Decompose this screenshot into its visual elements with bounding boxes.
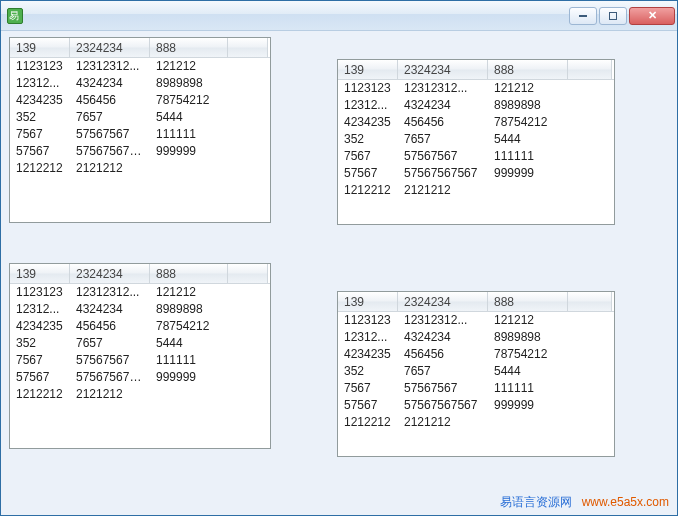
column-header[interactable]: 139 <box>10 38 70 57</box>
cell: 4324234 <box>398 97 488 114</box>
cell: 78754212 <box>150 92 228 109</box>
cell: 8989898 <box>150 75 228 92</box>
cell: 1123123 <box>10 284 70 301</box>
listview-body: 112312312312312...12121212312...43242348… <box>10 58 270 177</box>
column-header[interactable]: 888 <box>488 292 568 311</box>
cell: 121212 <box>150 58 228 75</box>
table-row[interactable]: 756757567567111111 <box>10 352 270 369</box>
cell: 456456 <box>398 346 488 363</box>
table-row[interactable]: 12122122121212 <box>10 386 270 403</box>
table-row[interactable]: 423423545645678754212 <box>10 92 270 109</box>
column-header[interactable]: 2324234 <box>398 60 488 79</box>
table-row[interactable]: 12122122121212 <box>338 414 614 431</box>
cell: 1123123 <box>10 58 70 75</box>
cell: 121212 <box>488 80 568 97</box>
column-header[interactable] <box>568 60 612 79</box>
table-row[interactable]: 112312312312312...121212 <box>10 58 270 75</box>
cell <box>488 414 568 431</box>
footer-text-zh: 易语言资源网 <box>500 495 572 509</box>
column-header[interactable]: 139 <box>338 60 398 79</box>
cell <box>488 182 568 199</box>
table-row[interactable]: 756757567567111111 <box>338 148 614 165</box>
table-row[interactable]: 5756757567567567999999 <box>10 369 270 386</box>
window-buttons: ✕ <box>569 7 675 25</box>
table-row[interactable]: 12122122121212 <box>10 160 270 177</box>
column-header[interactable] <box>568 292 612 311</box>
cell: 57567 <box>10 369 70 386</box>
cell: 57567567 <box>398 148 488 165</box>
cell: 57567 <box>10 143 70 160</box>
cell: 12312... <box>10 301 70 318</box>
app-window: ✕ 易语言资源网 www.e5a5x.com 13923242348881123… <box>0 0 678 516</box>
listview-2[interactable]: 1392324234888112312312312312...121212123… <box>337 59 615 225</box>
cell: 4324234 <box>398 329 488 346</box>
column-header[interactable] <box>228 264 268 283</box>
cell: 2121212 <box>70 160 150 177</box>
table-row[interactable]: 12312...43242348989898 <box>10 75 270 92</box>
cell: 8989898 <box>488 329 568 346</box>
table-row[interactable]: 12312...43242348989898 <box>10 301 270 318</box>
listview-1[interactable]: 1392324234888112312312312312...121212123… <box>9 37 271 223</box>
cell: 111111 <box>150 352 228 369</box>
minimize-button[interactable] <box>569 7 597 25</box>
listview-4[interactable]: 1392324234888112312312312312...121212123… <box>337 291 615 457</box>
column-header[interactable]: 139 <box>338 292 398 311</box>
cell: 57567 <box>338 397 398 414</box>
table-row[interactable]: 5756757567567567999999 <box>10 143 270 160</box>
column-header[interactable]: 2324234 <box>70 264 150 283</box>
table-row[interactable]: 112312312312312...121212 <box>338 312 614 329</box>
cell: 78754212 <box>150 318 228 335</box>
listview-body: 112312312312312...12121212312...43242348… <box>10 284 270 403</box>
column-header[interactable]: 888 <box>150 38 228 57</box>
titlebar[interactable]: ✕ <box>1 1 677 31</box>
column-header[interactable]: 2324234 <box>398 292 488 311</box>
table-row[interactable]: 12122122121212 <box>338 182 614 199</box>
column-header[interactable]: 888 <box>150 264 228 283</box>
cell: 5444 <box>150 109 228 126</box>
column-header[interactable] <box>228 38 268 57</box>
table-row[interactable]: 423423545645678754212 <box>338 346 614 363</box>
close-icon: ✕ <box>648 9 657 22</box>
column-header[interactable]: 139 <box>10 264 70 283</box>
cell: 7657 <box>70 335 150 352</box>
table-row[interactable]: 756757567567111111 <box>10 126 270 143</box>
cell: 1212212 <box>10 386 70 403</box>
table-row[interactable]: 5756757567567567999999 <box>338 397 614 414</box>
cell: 12312312... <box>70 58 150 75</box>
cell: 8989898 <box>150 301 228 318</box>
cell: 7657 <box>398 363 488 380</box>
cell: 7567 <box>338 148 398 165</box>
table-row[interactable]: 112312312312312...121212 <box>338 80 614 97</box>
close-button[interactable]: ✕ <box>629 7 675 25</box>
column-header[interactable]: 2324234 <box>70 38 150 57</box>
listview-header: 1392324234888 <box>338 292 614 312</box>
cell: 456456 <box>70 92 150 109</box>
cell: 78754212 <box>488 114 568 131</box>
cell: 2121212 <box>398 182 488 199</box>
listview-body: 112312312312312...12121212312...43242348… <box>338 80 614 199</box>
table-row[interactable]: 35276575444 <box>338 131 614 148</box>
cell: 4234235 <box>338 114 398 131</box>
table-row[interactable]: 35276575444 <box>10 335 270 352</box>
cell: 121212 <box>488 312 568 329</box>
table-row[interactable]: 756757567567111111 <box>338 380 614 397</box>
table-row[interactable]: 112312312312312...121212 <box>10 284 270 301</box>
cell: 12312... <box>338 97 398 114</box>
listview-3[interactable]: 1392324234888112312312312312...121212123… <box>9 263 271 449</box>
column-header[interactable]: 888 <box>488 60 568 79</box>
table-row[interactable]: 12312...43242348989898 <box>338 97 614 114</box>
table-row[interactable]: 423423545645678754212 <box>10 318 270 335</box>
minimize-icon <box>579 15 587 17</box>
table-row[interactable]: 12312...43242348989898 <box>338 329 614 346</box>
cell: 111111 <box>488 380 568 397</box>
maximize-button[interactable] <box>599 7 627 25</box>
table-row[interactable]: 35276575444 <box>10 109 270 126</box>
cell: 999999 <box>150 143 228 160</box>
table-row[interactable]: 423423545645678754212 <box>338 114 614 131</box>
cell: 7567 <box>338 380 398 397</box>
table-row[interactable]: 5756757567567567999999 <box>338 165 614 182</box>
table-row[interactable]: 35276575444 <box>338 363 614 380</box>
cell: 1123123 <box>338 312 398 329</box>
cell: 7657 <box>398 131 488 148</box>
cell: 999999 <box>150 369 228 386</box>
